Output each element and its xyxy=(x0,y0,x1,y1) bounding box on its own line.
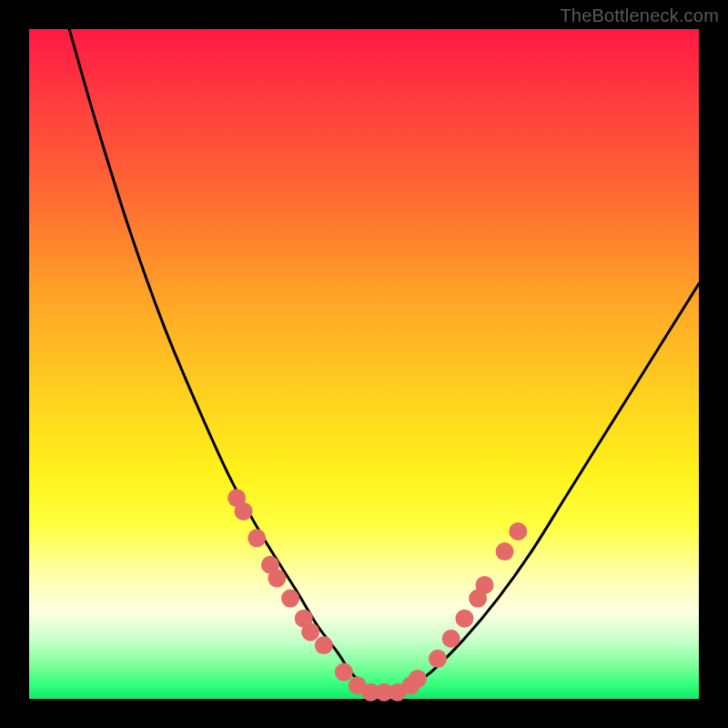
data-marker xyxy=(248,529,266,547)
data-marker xyxy=(455,610,473,628)
data-marker xyxy=(281,590,299,608)
bottleneck-curve xyxy=(69,29,699,693)
data-marker xyxy=(268,570,286,588)
data-marker xyxy=(429,650,447,668)
data-marker xyxy=(235,502,253,521)
data-marker xyxy=(496,542,514,561)
data-marker xyxy=(442,630,460,648)
data-marker xyxy=(509,522,527,541)
plot-area xyxy=(29,29,699,699)
marker-layer xyxy=(228,489,527,701)
watermark-text: TheBottleneck.com xyxy=(560,5,719,26)
data-marker xyxy=(335,663,353,682)
chart-svg xyxy=(29,29,699,699)
data-marker xyxy=(301,622,319,641)
chart-frame: TheBottleneck.com xyxy=(0,0,728,728)
curve-layer xyxy=(69,29,699,693)
data-marker xyxy=(409,670,427,688)
data-marker xyxy=(475,576,493,594)
data-marker xyxy=(315,636,333,654)
